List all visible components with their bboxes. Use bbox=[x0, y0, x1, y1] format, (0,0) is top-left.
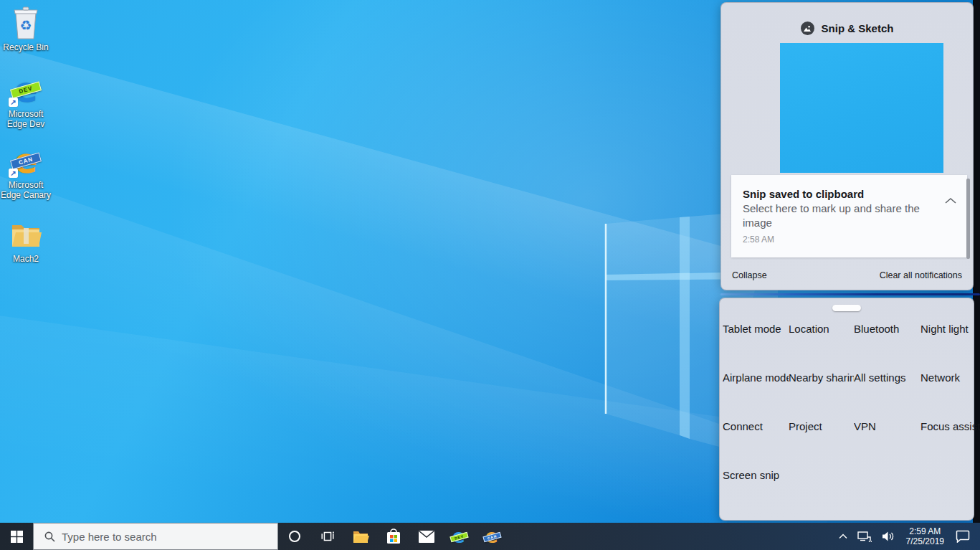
recycle-bin-icon: ♻ bbox=[9, 6, 43, 40]
shortcut-arrow-icon: ↗ bbox=[9, 169, 18, 178]
task-view-icon bbox=[320, 528, 336, 544]
microsoft-store-icon bbox=[386, 528, 401, 545]
network-icon bbox=[857, 531, 872, 543]
quick-action-connect[interactable]: Connect bbox=[723, 419, 789, 468]
quick-action-nearby-sharing[interactable]: Nearby sharing bbox=[789, 371, 854, 419]
desktop-icon-edge-dev[interactable]: e DEV ↗ Microsoft Edge Dev bbox=[0, 72, 52, 129]
edge-canary-taskbar-button[interactable]: e CAN bbox=[476, 523, 509, 550]
taskbar-search-box[interactable] bbox=[33, 523, 278, 550]
microsoft-store-button[interactable] bbox=[377, 523, 410, 550]
action-center-icon bbox=[956, 530, 970, 543]
quick-action-night-light[interactable]: Night light bbox=[920, 322, 978, 371]
quick-action-airplane-mode[interactable]: Airplane mode bbox=[723, 371, 789, 419]
task-view-button[interactable] bbox=[311, 523, 344, 550]
notification-app-title: Snip & Sketch bbox=[822, 22, 894, 34]
search-icon bbox=[44, 531, 56, 543]
wallpaper-light-ray bbox=[0, 309, 840, 550]
taskbar: e DEV e CAN bbox=[0, 523, 980, 550]
system-tray: 2:59 AM 7/25/2019 bbox=[834, 523, 980, 550]
mail-button[interactable] bbox=[410, 523, 443, 550]
quick-actions-panel: Tablet mode Location Bluetooth Night lig… bbox=[719, 298, 974, 521]
volume-tray-button[interactable] bbox=[877, 523, 900, 550]
quick-action-network[interactable]: Network bbox=[920, 371, 978, 419]
quick-action-tablet-mode[interactable]: Tablet mode bbox=[723, 322, 789, 371]
edge-dev-taskbar-button[interactable]: e DEV bbox=[443, 523, 476, 550]
search-input[interactable] bbox=[62, 531, 262, 543]
network-tray-button[interactable] bbox=[852, 523, 877, 550]
file-explorer-button[interactable] bbox=[344, 523, 377, 550]
desktop-icon-label: Recycle Bin bbox=[3, 42, 48, 52]
clear-all-notifications-link[interactable]: Clear all notifications bbox=[880, 270, 962, 280]
wallpaper-light-ray bbox=[0, 37, 764, 348]
snip-sketch-app-icon bbox=[801, 22, 814, 35]
windows-desktop: ♻ Recycle Bin e DEV ↗ Microsoft Edge Dev… bbox=[0, 0, 980, 550]
edge-canary-icon: e CAN bbox=[483, 527, 502, 546]
quick-action-all-settings[interactable]: All settings bbox=[854, 371, 920, 419]
notification-footer: Collapse Clear all notifications bbox=[721, 270, 973, 280]
quick-action-location[interactable]: Location bbox=[789, 322, 854, 371]
chevron-up-icon bbox=[839, 534, 847, 539]
quick-action-focus-assist[interactable]: Focus assist bbox=[920, 419, 978, 468]
wallpaper-light-ray bbox=[0, 169, 756, 550]
edge-canary-icon: e CAN ↗ bbox=[9, 143, 43, 178]
windows-logo-icon bbox=[11, 531, 23, 543]
quick-actions-expand-handle[interactable] bbox=[832, 305, 861, 311]
desktop-icon-mach2[interactable]: Mach2 bbox=[0, 217, 52, 264]
desktop-icon-label: Microsoft Edge Dev bbox=[0, 109, 52, 129]
desktop-icon-recycle-bin[interactable]: ♻ Recycle Bin bbox=[0, 6, 52, 52]
mail-icon bbox=[418, 530, 435, 544]
tray-overflow-button[interactable] bbox=[834, 523, 852, 550]
quick-actions-grid: Tablet mode Location Bluetooth Night lig… bbox=[723, 322, 974, 517]
collapse-link[interactable]: Collapse bbox=[732, 270, 767, 280]
quick-action-bluetooth[interactable]: Bluetooth bbox=[854, 322, 920, 371]
svg-text:♻: ♻ bbox=[19, 17, 32, 33]
notification-center-panel: Snip & Sketch Snip saved to clipboard Se… bbox=[720, 2, 974, 290]
desktop-icon-edge-canary[interactable]: e CAN ↗ Microsoft Edge Canary bbox=[0, 143, 52, 200]
speaker-icon bbox=[882, 531, 895, 542]
start-button[interactable] bbox=[0, 523, 33, 550]
clock-time: 2:59 AM bbox=[906, 526, 944, 536]
quick-action-project[interactable]: Project bbox=[789, 419, 854, 468]
quick-action-screen-snip[interactable]: Screen snip bbox=[723, 468, 789, 517]
edge-dev-icon: e DEV ↗ bbox=[9, 72, 43, 107]
clock-date: 7/25/2019 bbox=[906, 536, 944, 546]
file-explorer-icon bbox=[352, 528, 369, 545]
snip-preview-image[interactable] bbox=[780, 43, 943, 173]
quick-action-vpn[interactable]: VPN bbox=[854, 419, 920, 468]
toast-timestamp: 2:58 AM bbox=[731, 230, 967, 245]
edge-dev-icon: e DEV bbox=[450, 527, 469, 546]
folder-icon bbox=[9, 217, 43, 252]
chevron-up-icon[interactable] bbox=[943, 195, 958, 207]
scrollbar-thumb[interactable] bbox=[966, 179, 970, 259]
desktop-icon-label: Mach2 bbox=[13, 254, 39, 264]
shortcut-arrow-icon: ↗ bbox=[9, 98, 18, 107]
desktop-icon-label: Microsoft Edge Canary bbox=[0, 180, 52, 200]
cortana-icon bbox=[289, 531, 300, 542]
toast-title: Snip saved to clipboard bbox=[731, 175, 967, 201]
notification-toast[interactable]: Snip saved to clipboard Select here to m… bbox=[731, 175, 967, 257]
notification-header: Snip & Sketch bbox=[721, 3, 973, 35]
action-center-button[interactable] bbox=[950, 523, 980, 550]
cortana-button[interactable] bbox=[278, 523, 311, 550]
wallpaper-streak-line bbox=[720, 293, 980, 295]
taskbar-clock[interactable]: 2:59 AM 7/25/2019 bbox=[900, 526, 950, 546]
toast-body: Select here to mark up and share the ima… bbox=[731, 201, 933, 230]
